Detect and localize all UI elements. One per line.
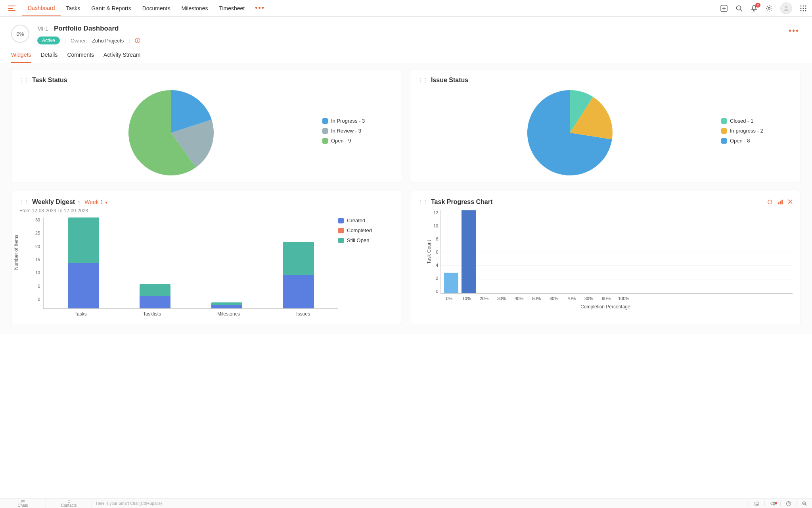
legend-item[interactable]: Still Open: [338, 237, 394, 243]
subtab-details[interactable]: Details: [41, 52, 58, 63]
header-more-icon[interactable]: •••: [787, 25, 801, 37]
bell-icon[interactable]: 2: [750, 4, 758, 12]
nav-tab-documents[interactable]: Documents: [137, 0, 176, 16]
widget-title: Issue Status: [431, 77, 468, 84]
drag-handle-icon[interactable]: ⋮⋮: [418, 199, 428, 205]
legend-swatch: [721, 118, 727, 124]
close-icon[interactable]: [788, 199, 793, 205]
svg-point-7: [801, 8, 802, 9]
widget-issue-status: ⋮⋮ Issue Status Closed - 1 In progress -…: [410, 69, 801, 183]
y-axis-ticks: 30 25 20 15 10 5 0: [35, 217, 43, 309]
legend-swatch: [338, 228, 344, 233]
subtab-widgets[interactable]: Widgets: [11, 52, 31, 63]
svg-point-8: [803, 8, 804, 9]
widget-title: Weekly Digest: [32, 198, 75, 206]
nav-tab-milestones[interactable]: Milestones: [176, 0, 214, 16]
svg-point-10: [801, 10, 802, 11]
y-axis-ticks: 12 10 8 6 4 2 0: [433, 210, 440, 294]
info-icon[interactable]: [135, 38, 140, 43]
nav-tab-dashboard[interactable]: Dashboard: [22, 0, 61, 16]
svg-rect-15: [778, 202, 779, 204]
widget-title: Task Status: [32, 77, 67, 84]
svg-point-5: [803, 5, 804, 6]
svg-point-11: [803, 10, 804, 11]
task-status-pie: [128, 90, 214, 175]
user-avatar[interactable]: [780, 2, 792, 14]
legend-swatch: [322, 138, 328, 144]
svg-point-3: [785, 6, 787, 8]
widgets-grid: ⋮⋮ Task Status In Progress - 3 In Review…: [0, 63, 812, 334]
legend-swatch: [721, 128, 727, 134]
x-axis-ticks: 0% 10% 20% 30% 40% 50% 60% 70% 80% 90% 1…: [418, 296, 793, 301]
legend-item[interactable]: In Progress - 3: [322, 118, 394, 124]
subtab-comments[interactable]: Comments: [67, 52, 94, 63]
nav-more-icon[interactable]: •••: [250, 0, 270, 16]
svg-point-4: [801, 5, 802, 6]
y-axis-label: Task Count: [426, 240, 432, 264]
svg-rect-17: [781, 200, 783, 204]
bar-10pct[interactable]: [462, 210, 476, 293]
bar-0pct[interactable]: [444, 273, 458, 293]
svg-point-14: [137, 39, 138, 40]
nav-tab-timesheet[interactable]: Timesheet: [213, 0, 250, 16]
issue-status-pie: [527, 90, 613, 175]
task-progress-plot: [440, 210, 793, 294]
weekly-digest-legend: Created Completed Still Open: [338, 217, 394, 317]
task-status-legend: In Progress - 3 In Review - 3 Open - 9: [322, 118, 394, 148]
apps-grid-icon[interactable]: [799, 4, 807, 12]
svg-point-2: [768, 7, 770, 9]
legend-item[interactable]: Completed: [338, 227, 394, 233]
widget-task-progress: ⋮⋮ Task Progress Chart Task Count 12 10: [410, 191, 801, 324]
menu-toggle-icon[interactable]: [5, 6, 19, 11]
drag-handle-icon[interactable]: ⋮⋮: [418, 77, 428, 83]
subtab-activity[interactable]: Activity Stream: [103, 52, 140, 63]
nav-tab-tasks[interactable]: Tasks: [61, 0, 86, 16]
bar-tasklists[interactable]: [140, 284, 170, 308]
widget-task-status: ⋮⋮ Task Status In Progress - 3 In Review…: [11, 69, 402, 183]
bar-issues[interactable]: [283, 242, 314, 308]
legend-swatch: [721, 138, 727, 144]
add-icon[interactable]: [720, 4, 728, 12]
caret-down-icon: ▼: [104, 201, 108, 205]
drag-handle-icon[interactable]: ⋮⋮: [19, 77, 29, 83]
drag-handle-icon[interactable]: ⋮⋮: [19, 199, 29, 205]
gear-icon[interactable]: [765, 4, 773, 12]
progress-ring: 0%: [11, 25, 29, 43]
page-title: Portfolio Dashboard: [54, 25, 119, 33]
bar-milestones[interactable]: [211, 302, 242, 308]
chart-icon[interactable]: [778, 199, 783, 205]
svg-rect-16: [780, 201, 781, 204]
refresh-icon[interactable]: [767, 199, 773, 205]
subtabs: Widgets Details Comments Activity Stream: [0, 44, 812, 63]
legend-item[interactable]: In progress - 2: [721, 128, 793, 134]
widget-title: Task Progress Chart: [431, 198, 492, 206]
legend-item[interactable]: In Review - 3: [322, 128, 394, 134]
legend-item[interactable]: Open - 9: [322, 138, 394, 144]
notification-badge: 2: [755, 3, 760, 8]
top-nav: Dashboard Tasks Gantt & Reports Document…: [0, 0, 812, 17]
nav-right: 2: [720, 2, 807, 14]
legend-item[interactable]: Closed - 1: [721, 118, 793, 124]
week-selector[interactable]: Week 1▼: [84, 199, 108, 205]
legend-item[interactable]: Open - 8: [721, 138, 793, 144]
date-range: From 12-03-2023 To 12-09-2023: [19, 208, 394, 214]
x-axis-label: Completion Percentage: [418, 304, 793, 310]
svg-point-6: [805, 5, 806, 6]
legend-swatch: [322, 128, 328, 134]
owner-label: Owner:: [71, 38, 87, 44]
bar-tasks[interactable]: [68, 217, 99, 308]
svg-point-9: [805, 8, 806, 9]
status-badge[interactable]: Active: [37, 37, 60, 44]
y-axis-label: Number of Items: [13, 235, 19, 270]
legend-item[interactable]: Created: [338, 217, 394, 223]
nav-tab-gantt[interactable]: Gantt & Reports: [86, 0, 136, 16]
issue-status-legend: Closed - 1 In progress - 2 Open - 8: [721, 118, 793, 148]
nav-tabs: Dashboard Tasks Gantt & Reports Document…: [22, 0, 270, 16]
legend-swatch: [338, 218, 344, 223]
x-axis-labels: Tasks Tasklists Milestones Issues: [46, 309, 338, 317]
page-header: 0% MI-1 Portfolio Dashboard Active | Own…: [0, 17, 812, 44]
search-icon[interactable]: [735, 4, 743, 12]
weekly-digest-plot: [43, 217, 338, 309]
item-id: MI-1: [37, 25, 48, 32]
legend-swatch: [338, 238, 344, 243]
